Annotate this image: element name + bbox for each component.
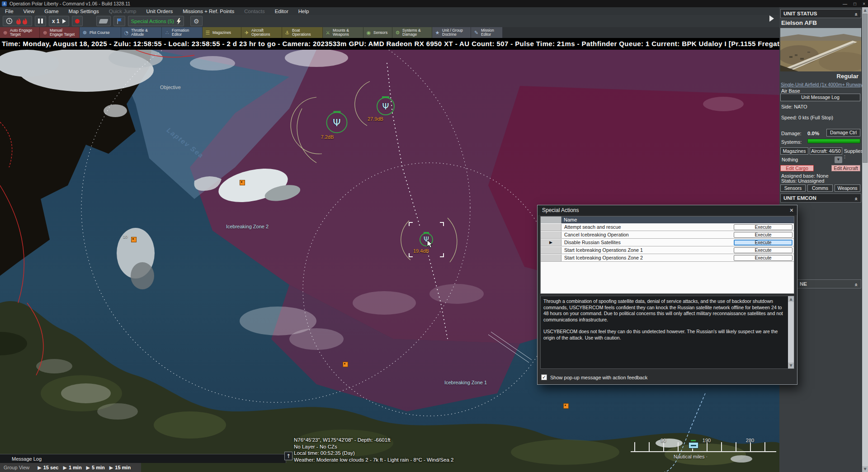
formation-editor-button[interactable]: ∴FormationEditor <box>162 27 203 38</box>
menu-map-settings[interactable]: Map Settings <box>64 9 104 14</box>
menu-file[interactable]: File <box>0 9 19 14</box>
dialog-close-button[interactable]: × <box>790 205 793 215</box>
title-bar: ⚓ Operation Polar Liberty - Command v1.0… <box>0 0 868 7</box>
current-row-marker[interactable]: ▶ <box>541 239 561 246</box>
mounts-weapons-button[interactable]: ⚔Mounts &Weapons <box>323 27 363 38</box>
comms-button[interactable]: Comms <box>807 184 833 192</box>
pause-button[interactable] <box>35 16 46 26</box>
message-log-expand-button[interactable]: ↑ <box>284 452 292 460</box>
record-button[interactable] <box>72 16 83 26</box>
sensor-dish-icon: ◉ <box>366 30 372 36</box>
manual-engage-target-button[interactable]: ⊕ManualEngage Target <box>40 27 80 38</box>
menu-view[interactable]: View <box>19 9 40 14</box>
execute-button-highlighted[interactable]: Execute <box>734 240 793 245</box>
special-actions-button[interactable]: Special Actions (5) <box>128 16 184 26</box>
table-row[interactable]: Cancel Icebreaking Operation Execute <box>541 231 794 239</box>
sensors-button[interactable]: ◉Sensors <box>363 27 392 38</box>
scrollbar-thumb[interactable] <box>863 14 868 163</box>
execute-button[interactable]: Execute <box>734 255 793 261</box>
checkbox-label: Show pop-up message with action feedback <box>550 375 647 380</box>
row-selector-cell[interactable] <box>541 247 561 254</box>
unit-status-header[interactable]: UNIT STATUS « <box>780 9 861 18</box>
edit-cargo-button[interactable]: Edit Cargo <box>780 165 814 171</box>
unit-group-doctrine-button[interactable]: ★Unit / GroupDoctrine <box>432 27 471 38</box>
throttle-altitude-button[interactable]: ◔Throttle &Altitude <box>121 27 162 38</box>
settings-button[interactable]: ⚙ <box>190 16 203 26</box>
play-icon: ▶ <box>109 465 113 471</box>
scroll-up-arrow[interactable]: ▲ <box>788 296 794 302</box>
app-logo-icon: ⚓ <box>2 1 7 6</box>
unit-message-log-button[interactable]: Unit Message Log <box>780 94 860 101</box>
menu-missions-ref-points[interactable]: Missions + Ref. Points <box>178 9 239 14</box>
row-selector-cell[interactable] <box>541 224 561 231</box>
dialog-title-bar[interactable]: Special Actions <box>538 205 797 215</box>
weapons-button[interactable]: Weapons <box>835 184 860 192</box>
collapse-chevron-icon[interactable]: « <box>852 283 860 287</box>
table-row[interactable]: Start Icebreaking Operations Zone 2 Exec… <box>541 255 794 262</box>
cargo-dropdown-button[interactable]: ▼ <box>835 156 842 163</box>
mission-editor-button[interactable]: ✎MissionEditor <box>471 27 503 38</box>
auto-engage-target-button[interactable]: ⊕Auto EngageTarget <box>0 27 40 38</box>
row-selector-cell[interactable] <box>541 231 561 238</box>
menu-game[interactable]: Game <box>39 9 63 14</box>
magazines-button[interactable]: Magazines <box>780 147 808 155</box>
surface-unit-icon[interactable] <box>689 442 698 448</box>
eraser-button[interactable] <box>96 16 111 26</box>
unit-emcon-header[interactable]: UNIT EMCON « <box>780 194 861 203</box>
table-row[interactable]: Start Icebreaking Operations Zone 1 Exec… <box>541 247 794 254</box>
description-scrollbar[interactable]: ▲ ▼ <box>788 296 794 368</box>
flag-button[interactable] <box>113 16 125 26</box>
sonar-contact[interactable]: Ψ 7.2dB <box>326 112 348 133</box>
feedback-checkbox-row[interactable]: ✓ Show pop-up message with action feedba… <box>541 374 647 380</box>
menu-help[interactable]: Help <box>293 9 314 14</box>
menu-editor[interactable]: Editor <box>270 9 293 14</box>
scroll-down-arrow[interactable]: ▼ <box>862 466 868 472</box>
menu-unit-orders[interactable]: Unit Orders <box>141 9 178 14</box>
facility-icon[interactable] <box>240 180 245 185</box>
message-log-bar[interactable]: Message Log <box>0 454 286 463</box>
damage-ctrl-button[interactable]: Damage Ctrl <box>826 129 860 137</box>
aircraft-operations-button[interactable]: ✈AircraftOperations <box>241 27 282 38</box>
interval-5min[interactable]: 5 min <box>92 465 105 470</box>
interval-15min[interactable]: 15 min <box>115 465 131 470</box>
facility-icon[interactable] <box>343 362 348 367</box>
plot-course-button[interactable]: ☸Plot Course <box>80 27 121 38</box>
group-view-label[interactable]: Group View <box>0 465 33 470</box>
edit-aircraft-button[interactable]: Edit Aircraft <box>831 165 860 171</box>
aircraft-count-button[interactable]: Aircraft: 46/50 <box>810 147 842 155</box>
execute-button[interactable]: Execute <box>734 224 793 230</box>
scale-number: 90 <box>660 438 666 443</box>
checkbox-checked[interactable]: ✓ <box>541 374 547 380</box>
interval-15sec[interactable]: 15 sec <box>43 465 59 470</box>
sidebar-scrollbar[interactable]: ▲ ▼ <box>862 7 868 472</box>
damage-label: Damage: <box>781 131 802 136</box>
magazines-button[interactable]: ☰Magazines <box>203 27 241 38</box>
minimize-button[interactable]: — <box>843 1 847 6</box>
sonar-contact[interactable]: Ψ 27.9dB <box>377 97 395 115</box>
execute-button[interactable]: Execute <box>734 247 793 253</box>
scroll-up-arrow[interactable]: ▲ <box>862 7 868 13</box>
time-speed-button[interactable]: x 1 <box>49 16 69 26</box>
sensors-button[interactable]: Sensors <box>780 184 806 192</box>
scroll-down-arrow[interactable]: ▼ <box>788 363 794 368</box>
row-selector-cell[interactable] <box>541 255 561 261</box>
cargo-select[interactable]: Nothing <box>780 156 835 163</box>
play-icon: ▶ <box>38 465 41 471</box>
time-engage-group[interactable] <box>3 16 32 26</box>
systems-damage-button[interactable]: ⚙Systems &Damage <box>392 27 432 38</box>
execute-button[interactable]: Execute <box>734 232 793 238</box>
boat-operations-button[interactable]: ⚓BoatOperations <box>282 27 323 38</box>
collapse-chevron-icon[interactable]: « <box>852 197 860 201</box>
table-row[interactable]: Attempt seach and rescue Execute <box>541 224 794 231</box>
maximize-button[interactable]: □ <box>854 1 856 6</box>
systems-label: Systems: <box>781 139 802 145</box>
interval-1min[interactable]: 1 min <box>69 465 82 470</box>
contact-signal-label: 19.4dB <box>413 248 429 254</box>
table-row-current[interactable]: ▶ Disable Russian Satellites Execute <box>541 239 794 246</box>
facility-icon[interactable] <box>131 237 137 242</box>
unit-type-link[interactable]: Single-Unit Airfield (1x 4000m+ Runway) <box>781 82 864 87</box>
close-button[interactable]: × <box>863 1 865 6</box>
collapse-chevron-icon[interactable]: « <box>852 13 860 16</box>
facility-icon[interactable] <box>563 403 569 409</box>
sidebar-expander-arrow[interactable] <box>769 15 774 22</box>
